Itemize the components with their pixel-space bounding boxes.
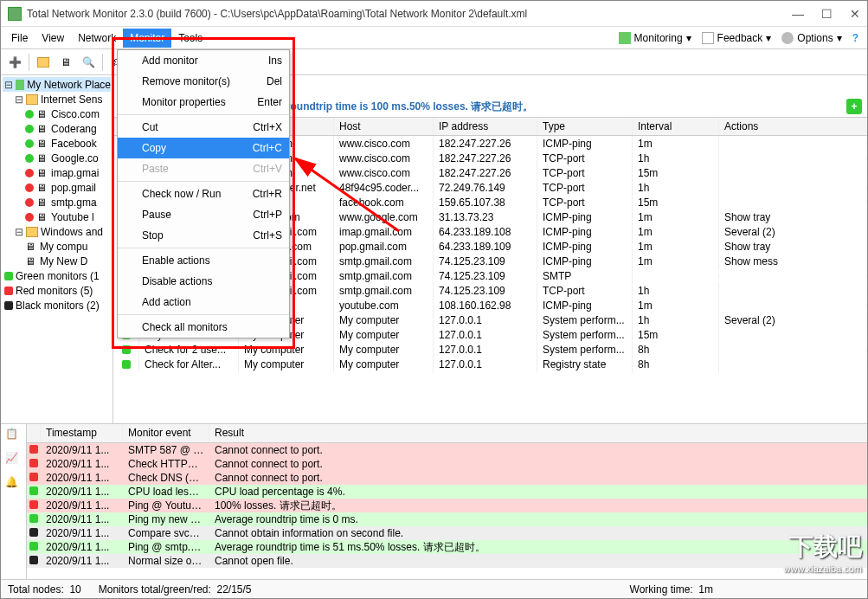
log-row[interactable]: 2020/9/11 1...Ping @ Youtube...100% loss… — [27, 499, 867, 512]
column-header[interactable]: Interval — [633, 118, 719, 135]
log-row[interactable]: 2020/9/11 1...Normal size of t...Cannot … — [27, 554, 867, 568]
device-tree[interactable]: ⊟ My Network Place⊟ Internet Sens🖥 Cisco… — [1, 75, 113, 423]
menu-network[interactable]: Network — [71, 29, 123, 48]
log-row[interactable]: 2020/9/11 1...SMTP 587 @ sm...Cannot con… — [27, 443, 867, 457]
log-column-header[interactable]: Monitor event — [123, 424, 209, 442]
tree-item[interactable]: 🖥 Cisco.com — [3, 106, 111, 121]
table-row[interactable]: Check for Alter...My computerMy computer… — [113, 357, 867, 371]
help-button[interactable]: ? — [847, 29, 864, 48]
dropdown-item[interactable]: Check all monitors — [118, 317, 289, 338]
dropdown-item[interactable]: Add monitorIns — [118, 50, 289, 71]
table-row[interactable]: Check for 2 use...My computerMy computer… — [113, 342, 867, 357]
dropdown-item[interactable]: Disable actions — [118, 271, 289, 292]
tree-item[interactable]: ⊟ Windows and — [3, 224, 111, 239]
log-row[interactable]: 2020/9/11 1...Ping @ smtp.g...Average ro… — [27, 540, 867, 554]
add-monitor-button[interactable]: + — [846, 99, 862, 114]
tree-item[interactable]: ⊟ Internet Sens — [3, 92, 111, 106]
tree-item[interactable]: 🖥 My New D — [3, 254, 111, 268]
tree-item[interactable]: Black monitors (2) — [3, 298, 111, 312]
app-icon — [8, 7, 22, 21]
folder-button[interactable] — [33, 52, 54, 73]
monitoring-icon — [619, 32, 631, 44]
dropdown-item[interactable]: PauseCtrl+P — [118, 204, 289, 225]
log-column-header[interactable] — [27, 424, 41, 442]
column-header[interactable]: Actions — [719, 118, 867, 135]
tree-item[interactable]: 🖥 imap.gmai — [3, 165, 111, 180]
watermark: 下载吧 www.xiazaiba.com — [784, 531, 862, 574]
dropdown-item[interactable]: Add action — [118, 292, 289, 312]
log-column-header[interactable]: Timestamp — [41, 424, 123, 442]
menu-tools[interactable]: Tools — [171, 29, 209, 48]
dropdown-item[interactable]: CopyCtrl+C — [118, 138, 289, 158]
tree-item[interactable]: 🖥 Youtube l — [3, 209, 111, 224]
monitoring-menu[interactable]: Monitoring ▾ — [614, 29, 697, 48]
dropdown-item[interactable]: Monitor propertiesEnter — [118, 92, 289, 113]
log-tab-chart-icon[interactable]: 📈 — [5, 452, 23, 469]
dropdown-item[interactable]: Enable actions — [118, 250, 289, 271]
dropdown-item[interactable]: CutCtrl+X — [118, 117, 289, 138]
envelope-icon — [702, 32, 714, 44]
tree-item[interactable]: 🖥 Coderang — [3, 121, 111, 136]
menu-view[interactable]: View — [35, 29, 71, 48]
menu-file[interactable]: File — [4, 29, 35, 48]
tree-item[interactable]: 🖥 Facebook — [3, 136, 111, 151]
search-button[interactable]: 🔍 — [78, 52, 99, 73]
tree-item[interactable]: 🖥 smtp.gma — [3, 195, 111, 209]
column-header[interactable]: Host — [334, 118, 434, 135]
feedback-menu[interactable]: Feedback ▾ — [697, 29, 777, 48]
monitor-dropdown: Add monitorInsRemove monitor(s)DelMonito… — [117, 49, 290, 338]
menubar: File View Network Monitor Tools Monitori… — [1, 27, 867, 49]
maximize-button[interactable]: ☐ — [821, 7, 833, 21]
dropdown-item[interactable]: StopCtrl+S — [118, 225, 289, 246]
log-tab-bell-icon[interactable]: 🔔 — [5, 476, 23, 493]
log-row[interactable]: 2020/9/11 1...Ping my new de...Average r… — [27, 512, 867, 526]
dropdown-item[interactable]: Remove monitor(s)Del — [118, 71, 289, 92]
log-row[interactable]: 2020/9/11 1...Check HTTPS (4...Cannot co… — [27, 457, 867, 471]
tree-item[interactable]: ⊟ My Network Place — [3, 77, 111, 92]
log-row[interactable]: 2020/9/11 1...Check DNS (53)...Cannot co… — [27, 471, 867, 485]
dropdown-item[interactable]: Check now / RunCtrl+R — [118, 184, 289, 204]
log-column-header[interactable]: Result — [209, 424, 867, 442]
titlebar: Total Network Monitor 2.3.0 (build 7600)… — [1, 1, 867, 27]
column-header[interactable]: Type — [537, 118, 633, 135]
log-tab-copy-icon[interactable]: 📋 — [5, 428, 23, 445]
gear-icon — [781, 32, 794, 44]
tree-item[interactable]: 🖥 pop.gmail — [3, 180, 111, 195]
statusbar: Total nodes: 10 Monitors total/green/red… — [1, 579, 867, 598]
window-title: Total Network Monitor 2.3.0 (build 7600)… — [27, 8, 792, 20]
device-button[interactable]: 🖥 — [55, 52, 76, 73]
add-device-button[interactable]: ➕ — [4, 52, 25, 73]
column-header[interactable]: IP address — [434, 118, 537, 135]
tree-item[interactable]: 🖥 Google.co — [3, 151, 111, 165]
minimize-button[interactable]: — — [792, 7, 804, 21]
tree-item[interactable]: Red monitors (5) — [3, 283, 111, 298]
tree-item[interactable]: 🖥 My compu — [3, 239, 111, 254]
dropdown-item[interactable]: PasteCtrl+V — [118, 158, 289, 179]
tree-item[interactable]: Green monitors (1 — [3, 268, 111, 283]
options-menu[interactable]: Options ▾ — [776, 29, 846, 48]
menu-monitor[interactable]: Monitor — [123, 29, 171, 48]
close-button[interactable]: ✕ — [850, 7, 860, 21]
